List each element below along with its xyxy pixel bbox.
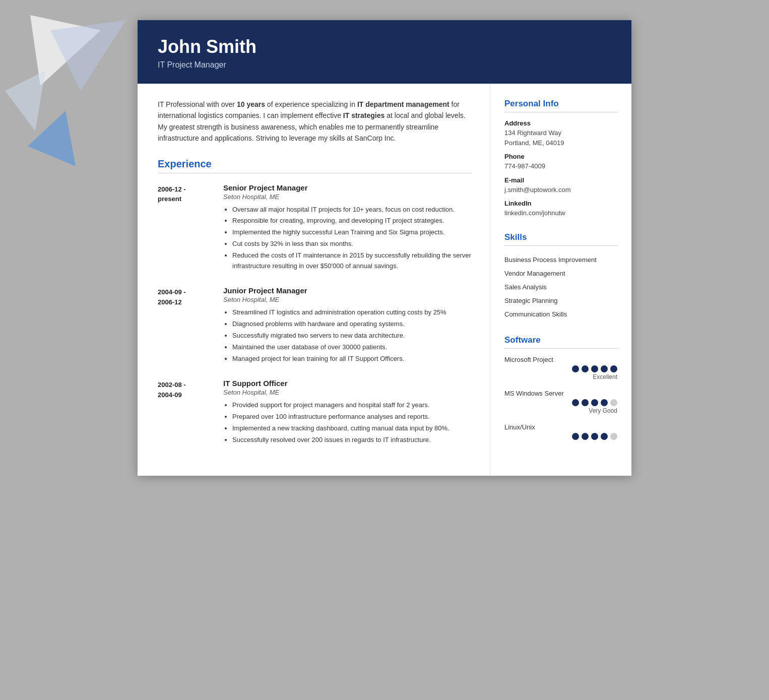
experience-item: 2006-12 -present Senior Project Manager … (158, 183, 472, 273)
software-list: Microsoft Project Excellent MS Windows S… (504, 356, 617, 440)
bullet-item: Implemented a new tracking dashboard, cu… (232, 423, 472, 434)
personal-info-title: Personal Info (504, 99, 617, 112)
software-name: MS Windows Server (504, 390, 617, 397)
linkedin-label: LinkedIn (504, 200, 617, 207)
experience-item: 2004-09 -2006-12 Junior Project Manager … (158, 286, 472, 365)
dot-indicator (572, 365, 579, 372)
bullet-item: Provided support for project managers an… (232, 400, 472, 411)
exp-job-title: IT Support Officer (223, 379, 472, 388)
dot-indicator (610, 433, 617, 440)
exp-content: Senior Project Manager Seton Hospital, M… (223, 183, 472, 273)
bullet-item: Maintained the user database of over 300… (232, 342, 472, 353)
experience-list: 2006-12 -present Senior Project Manager … (158, 183, 472, 447)
svg-marker-0 (30, 15, 101, 86)
bullet-item: Diagnosed problems with hardware and ope… (232, 319, 472, 330)
exp-date: 2002-08 -2004-09 (158, 379, 223, 446)
dots-row (504, 433, 617, 440)
linkedin-value: linkedin.com/johnutw (504, 208, 617, 218)
dot-indicator (610, 365, 617, 372)
skill-item: Business Process Improvement (504, 253, 617, 267)
resume-container: John Smith IT Project Manager IT Profess… (138, 20, 631, 476)
exp-date: 2004-09 -2006-12 (158, 286, 223, 365)
skills-title: Skills (504, 232, 617, 246)
bullet-item: Managed project for lean training for al… (232, 354, 472, 364)
personal-info-block: Personal Info Address 134 Rightward WayP… (504, 99, 617, 218)
bullet-item: Prepared over 100 infrastructure perform… (232, 412, 472, 422)
dot-indicator (591, 399, 598, 406)
experience-section-title: Experience (158, 158, 472, 173)
exp-company: Seton Hospital, ME (223, 193, 472, 201)
bullet-item: Successfully migrated two servers to new… (232, 331, 472, 341)
dot-indicator (601, 365, 608, 372)
software-block: Software Microsoft Project Excellent MS … (504, 335, 617, 440)
exp-company: Seton Hospital, ME (223, 389, 472, 396)
bullet-item: Streamlined IT logistics and administrat… (232, 307, 472, 318)
address-label: Address (504, 119, 617, 127)
software-name: Microsoft Project (504, 356, 617, 363)
skills-block: Skills Business Process ImprovementVendo… (504, 232, 617, 321)
candidate-name: John Smith (158, 36, 611, 57)
dot-indicator (591, 433, 598, 440)
skills-list: Business Process ImprovementVendor Manag… (504, 253, 617, 321)
resume-header: John Smith IT Project Manager (138, 20, 631, 84)
dot-indicator (572, 433, 579, 440)
resume-sidebar: Personal Info Address 134 Rightward WayP… (490, 84, 631, 476)
resume-body: IT Professional with over 10 years of ex… (138, 84, 631, 476)
exp-bullets: Oversaw all major hospital IT projects f… (223, 205, 472, 272)
dot-indicator (591, 365, 598, 372)
dots-row (504, 399, 617, 406)
address-value: 134 Rightward WayPortland, ME, 04019 (504, 128, 617, 148)
software-item: Microsoft Project Excellent (504, 356, 617, 380)
svg-marker-3 (5, 71, 45, 131)
software-item: Linux/Unix (504, 423, 617, 440)
dot-indicator (601, 433, 608, 440)
bullet-item: Oversaw all major hospital IT projects f… (232, 205, 472, 215)
exp-company: Seton Hospital, ME (223, 296, 472, 303)
skill-item: Communication Skills (504, 307, 617, 321)
dot-indicator (572, 399, 579, 406)
dot-indicator (582, 433, 589, 440)
skill-item: Sales Analysis (504, 280, 617, 294)
dot-indicator (610, 399, 617, 406)
dot-indicator (601, 399, 608, 406)
summary-text: IT Professional with over 10 years of ex… (158, 99, 472, 144)
exp-content: Junior Project Manager Seton Hospital, M… (223, 286, 472, 365)
software-title: Software (504, 335, 617, 349)
candidate-title: IT Project Manager (158, 60, 611, 70)
bullet-item: Successfully resolved over 200 issues in… (232, 435, 472, 446)
email-label: E-mail (504, 176, 617, 184)
exp-date: 2006-12 -present (158, 183, 223, 273)
experience-item: 2002-08 -2004-09 IT Support Officer Seto… (158, 379, 472, 446)
software-name: Linux/Unix (504, 423, 617, 431)
skill-item: Vendor Management (504, 267, 617, 280)
software-level: Excellent (504, 373, 617, 380)
email-value: j.smith@uptowork.com (504, 185, 617, 195)
experience-section: Experience 2006-12 -present Senior Proje… (158, 158, 472, 447)
dot-indicator (582, 399, 589, 406)
phone-value: 774-987-4009 (504, 161, 617, 171)
svg-marker-1 (50, 20, 126, 91)
dots-row (504, 365, 617, 372)
exp-bullets: Streamlined IT logistics and administrat… (223, 307, 472, 364)
exp-content: IT Support Officer Seton Hospital, ME Pr… (223, 379, 472, 446)
exp-bullets: Provided support for project managers an… (223, 400, 472, 445)
exp-job-title: Junior Project Manager (223, 286, 472, 295)
bullet-item: Implemented the highly successful Lean T… (232, 227, 472, 238)
svg-marker-2 (28, 111, 76, 166)
dot-indicator (582, 365, 589, 372)
resume-main: IT Professional with over 10 years of ex… (138, 84, 490, 476)
skill-item: Strategic Planning (504, 294, 617, 307)
phone-label: Phone (504, 153, 617, 160)
bullet-item: Responsible for creating, improving, and… (232, 216, 472, 226)
software-item: MS Windows Server Very Good (504, 390, 617, 414)
exp-job-title: Senior Project Manager (223, 183, 472, 192)
software-level: Very Good (504, 407, 617, 414)
bullet-item: Cut costs by 32% in less than six months… (232, 239, 472, 249)
bullet-item: Reduced the costs of IT maintenance in 2… (232, 250, 472, 272)
